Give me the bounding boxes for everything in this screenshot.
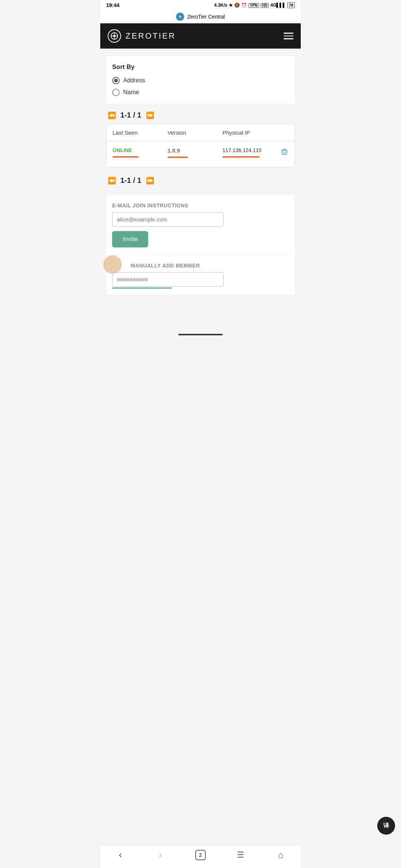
cell-version: 1.8.9 xyxy=(167,147,222,158)
col-last-seen: Last Seen xyxy=(113,129,167,136)
pagination-bottom: ⏪ 1-1 / 1 ⏩ xyxy=(106,172,295,189)
notification-bar: ZeroTier Central xyxy=(100,10,301,23)
sort-address-radio[interactable] xyxy=(112,77,120,84)
ip-value: 117.136.124.110 xyxy=(222,147,278,153)
invite-button[interactable]: Invite xyxy=(112,231,148,247)
pagination-top: ⏪ 1-1 / 1 ⏩ xyxy=(106,106,295,124)
app-header: ZEROTIER xyxy=(100,23,301,49)
version-underline xyxy=(167,157,188,158)
manual-member-input[interactable] xyxy=(112,272,224,287)
floating-avatar xyxy=(103,255,122,274)
table-header: Last Seen Version Physical IP xyxy=(107,124,294,141)
sort-name-option[interactable]: Name xyxy=(112,89,289,96)
pagination-text-bottom: 1-1 / 1 xyxy=(120,176,141,185)
hamburger-line-2 xyxy=(284,36,293,37)
app-name: ZeroTier Central xyxy=(187,14,225,20)
status-icons: 4.3K/s ★ 🔕 ⏰ VPN HD 4G▌▌▌ 78 xyxy=(214,2,295,8)
status-online-badge: ONLINE xyxy=(113,147,167,153)
sort-name-label: Name xyxy=(123,89,139,96)
sort-by-section: Sort By Address Name xyxy=(106,56,295,103)
cell-physical-ip: 117.136.124.110 xyxy=(222,147,288,158)
first-page-button-bottom[interactable]: ⏪ xyxy=(108,177,116,185)
manual-section-title: MANUALLY ADD MEMBER xyxy=(112,263,289,269)
members-table: Last Seen Version Physical IP ONLINE 1.8… xyxy=(106,124,295,167)
signal-icon: 4G▌▌▌ xyxy=(270,3,286,8)
logo-icon xyxy=(108,29,121,43)
hd-badge: HD xyxy=(261,3,269,8)
sound-icon: 🔕 xyxy=(234,3,240,8)
email-input[interactable] xyxy=(112,212,224,227)
col-version: Version xyxy=(167,129,222,136)
sort-address-option[interactable]: Address xyxy=(112,77,289,84)
page-body: Sort By Address Name ⏪ 1-1 / 1 ⏩ xyxy=(100,49,301,302)
sort-address-label: Address xyxy=(123,77,145,84)
vpn-badge: VPN xyxy=(248,3,259,8)
logo-text: ZEROTIER xyxy=(125,31,176,41)
zerotier-logo-icon xyxy=(110,32,118,40)
table-row: ONLINE 1.8.9 117.136.124.110 xyxy=(107,141,294,167)
app-icon xyxy=(176,13,184,21)
pagination-text-top: 1-1 / 1 xyxy=(120,111,141,119)
sort-name-radio[interactable] xyxy=(112,89,120,96)
last-seen-underline xyxy=(113,156,138,158)
sort-address-radio-fill xyxy=(114,79,118,82)
cell-last-seen: ONLINE xyxy=(113,147,167,158)
app-logo: ZEROTIER xyxy=(108,29,176,43)
hamburger-menu[interactable] xyxy=(284,33,293,39)
main-content: Sort By Address Name ⏪ 1-1 / 1 ⏩ xyxy=(100,49,301,332)
network-speed: 4.3K/s xyxy=(214,3,227,8)
delete-member-button[interactable] xyxy=(280,147,288,157)
bottom-home-indicator xyxy=(178,334,223,335)
trash-icon xyxy=(280,147,288,155)
sort-options: Address Name xyxy=(112,77,289,96)
bluetooth-icon: ★ xyxy=(229,3,233,8)
svg-rect-4 xyxy=(282,150,287,154)
version-value: 1.8.9 xyxy=(167,147,222,154)
first-page-button[interactable]: ⏪ xyxy=(108,111,116,119)
alarm-icon: ⏰ xyxy=(241,3,247,8)
sort-by-title: Sort By xyxy=(112,63,289,71)
zerotier-shield-icon xyxy=(177,14,183,19)
last-page-button-bottom[interactable]: ⏩ xyxy=(146,177,154,185)
email-section: E-MAIL JOIN INSTRUCTIONS Invite xyxy=(106,195,295,255)
manual-input-underline xyxy=(112,287,172,289)
ip-underline xyxy=(222,156,260,158)
email-section-title: E-MAIL JOIN INSTRUCTIONS xyxy=(112,203,289,208)
col-physical-ip: Physical IP xyxy=(222,129,288,136)
battery-indicator: 78 xyxy=(287,2,295,8)
status-bar: 19:44 4.3K/s ★ 🔕 ⏰ VPN HD 4G▌▌▌ 78 xyxy=(100,0,301,10)
hamburger-line-1 xyxy=(284,33,293,34)
hamburger-line-3 xyxy=(284,38,293,39)
status-time: 19:44 xyxy=(106,2,120,8)
manual-add-section: MANUALLY ADD MEMBER xyxy=(106,255,295,295)
last-page-button[interactable]: ⏩ xyxy=(146,111,154,119)
